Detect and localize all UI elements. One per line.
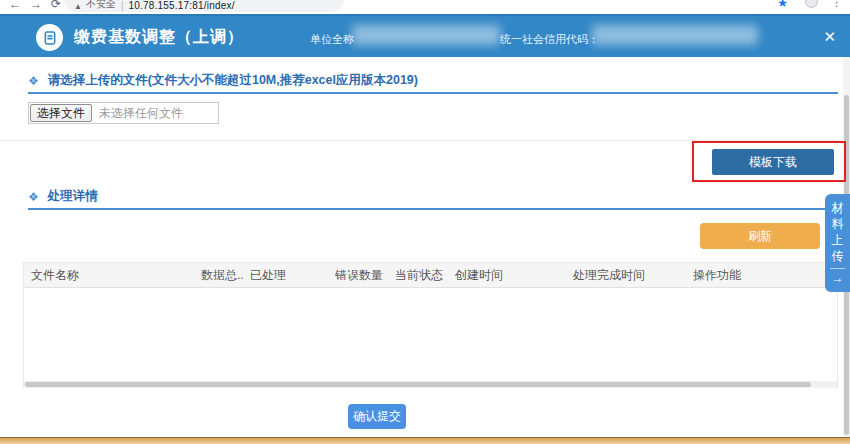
confirm-submit-button[interactable]: 确认提交 bbox=[348, 404, 406, 429]
credit-code-label: 统一社会信用代码： bbox=[500, 32, 599, 47]
file-input[interactable]: 选择文件 未选择任何文件 bbox=[28, 102, 219, 124]
url-text: 10.78.155.17:81/index/ bbox=[129, 0, 235, 11]
page-title: 缴费基数调整（上调） bbox=[74, 27, 244, 48]
profile-avatar[interactable] bbox=[805, 0, 818, 8]
screen: ← → ⟳ ▲ 不安全 | 10.78.155.17:81/index/ ★ ⋮… bbox=[0, 0, 850, 444]
bookmark-star-icon[interactable]: ★ bbox=[777, 0, 788, 10]
address-bar[interactable]: ▲ 不安全 | 10.78.155.17:81/index/ bbox=[64, 0, 344, 12]
reload-icon[interactable]: ⟳ bbox=[51, 0, 61, 11]
template-download-button[interactable]: 模板下载 bbox=[712, 149, 834, 175]
modal-header: 缴费基数调整（上调） 单位全称 统一社会信用代码： ✕ bbox=[0, 14, 850, 57]
col-create-time: 创建时间 bbox=[448, 267, 566, 284]
upload-section-header: ❖ 请选择上传的文件(文件大小不能超过10M,推荐excel应用版本2019) bbox=[28, 72, 418, 89]
browser-menu-icon[interactable]: ⋮ bbox=[831, 0, 842, 9]
col-finish-time: 处理完成时间 bbox=[566, 267, 686, 284]
close-icon[interactable]: ✕ bbox=[823, 28, 836, 46]
refresh-button[interactable]: 刷新 bbox=[700, 223, 820, 249]
company-name-label: 单位全称 bbox=[310, 32, 354, 47]
table-body-empty bbox=[24, 288, 837, 381]
section-diamond-icon: ❖ bbox=[28, 74, 39, 88]
col-data-total: 数据总... bbox=[194, 267, 243, 284]
choose-file-button[interactable]: 选择文件 bbox=[30, 104, 92, 122]
section-diamond-icon: ❖ bbox=[28, 190, 39, 204]
horizontal-scrollbar-thumb[interactable] bbox=[25, 382, 811, 387]
bottom-window-bar bbox=[0, 437, 850, 444]
side-tab-divider bbox=[830, 268, 845, 269]
table-header-row: 文件名称 数据总... 已处理 错误数量 当前状态 创建时间 处理完成时间 操作… bbox=[24, 263, 837, 288]
browser-toolbar: ← → ⟳ ▲ 不安全 | 10.78.155.17:81/index/ ★ ⋮ bbox=[0, 0, 850, 14]
document-badge-icon bbox=[36, 24, 63, 51]
forward-icon[interactable]: → bbox=[30, 0, 42, 11]
company-name-redacted-value bbox=[352, 25, 500, 45]
col-operations: 操作功能 bbox=[686, 267, 837, 284]
col-file-name: 文件名称 bbox=[24, 267, 194, 284]
section-divider bbox=[28, 208, 838, 210]
not-secure-warning-icon: ▲ bbox=[74, 2, 82, 11]
details-section-title: 处理详情 bbox=[48, 188, 98, 205]
processing-table: 文件名称 数据总... 已处理 错误数量 当前状态 创建时间 处理完成时间 操作… bbox=[23, 262, 838, 388]
side-tab-char: 上 bbox=[832, 232, 844, 248]
not-secure-label: 不安全 bbox=[86, 0, 116, 11]
upload-section-title: 请选择上传的文件(文件大小不能超过10M,推荐excel应用版本2019) bbox=[48, 72, 418, 89]
col-processed: 已处理 bbox=[243, 267, 328, 284]
side-tab-char: 材 bbox=[832, 200, 844, 216]
credit-code-redacted-value bbox=[592, 25, 758, 45]
section-divider bbox=[28, 92, 838, 94]
horizontal-scrollbar[interactable] bbox=[24, 381, 837, 388]
col-current-status: 当前状态 bbox=[388, 267, 448, 284]
side-tab-char: 料 bbox=[832, 216, 844, 232]
no-file-selected-text: 未选择任何文件 bbox=[99, 105, 183, 122]
side-tab-char: 传 bbox=[832, 248, 844, 264]
back-icon[interactable]: ← bbox=[9, 0, 21, 11]
address-separator: | bbox=[121, 0, 124, 11]
side-tab-arrow-icon[interactable]: → bbox=[832, 271, 844, 285]
details-section-header: ❖ 处理详情 bbox=[28, 188, 98, 205]
col-error-count: 错误数量 bbox=[328, 267, 388, 284]
material-upload-side-tab[interactable]: 材 料 上 传 → bbox=[825, 194, 850, 292]
